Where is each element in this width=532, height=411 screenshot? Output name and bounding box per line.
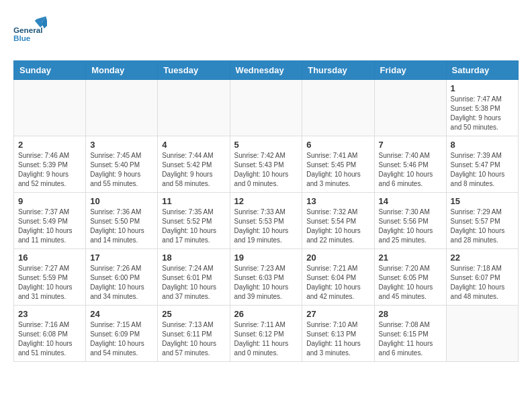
day-number: 4 — [162, 140, 225, 150]
day-number: 17 — [90, 253, 153, 263]
calendar-cell — [14, 80, 86, 136]
calendar-cell: 6Sunrise: 7:41 AM Sunset: 5:45 PM Daylig… — [302, 136, 374, 193]
calendar-cell: 11Sunrise: 7:35 AM Sunset: 5:52 PM Dayli… — [158, 193, 230, 249]
day-info: Sunrise: 7:37 AM Sunset: 5:49 PM Dayligh… — [18, 208, 81, 245]
logo: General Blue — [13, 13, 50, 50]
day-info: Sunrise: 7:23 AM Sunset: 6:03 PM Dayligh… — [234, 264, 298, 302]
day-number: 27 — [306, 309, 369, 319]
day-info: Sunrise: 7:32 AM Sunset: 5:54 PM Dayligh… — [306, 208, 369, 245]
day-number: 12 — [234, 196, 298, 206]
day-info: Sunrise: 7:10 AM Sunset: 6:13 PM Dayligh… — [306, 320, 369, 358]
day-info: Sunrise: 7:08 AM Sunset: 6:15 PM Dayligh… — [379, 320, 442, 358]
day-number: 5 — [234, 140, 298, 150]
calendar-cell — [158, 80, 230, 136]
calendar-cell: 21Sunrise: 7:20 AM Sunset: 6:05 PM Dayli… — [374, 249, 446, 306]
day-number: 7 — [379, 140, 442, 150]
day-number: 21 — [379, 253, 442, 263]
day-info: Sunrise: 7:35 AM Sunset: 5:52 PM Dayligh… — [162, 208, 225, 245]
calendar-cell: 23Sunrise: 7:16 AM Sunset: 6:08 PM Dayli… — [14, 306, 86, 362]
day-number: 15 — [451, 196, 514, 206]
day-info: Sunrise: 7:41 AM Sunset: 5:45 PM Dayligh… — [306, 151, 369, 189]
day-info: Sunrise: 7:24 AM Sunset: 6:01 PM Dayligh… — [162, 264, 225, 302]
calendar-cell: 4Sunrise: 7:44 AM Sunset: 5:42 PM Daylig… — [158, 136, 230, 193]
svg-text:Blue: Blue — [13, 34, 31, 42]
day-info: Sunrise: 7:26 AM Sunset: 6:00 PM Dayligh… — [90, 264, 153, 302]
calendar-cell: 15Sunrise: 7:29 AM Sunset: 5:57 PM Dayli… — [446, 193, 518, 249]
calendar-cell: 5Sunrise: 7:42 AM Sunset: 5:43 PM Daylig… — [230, 136, 302, 193]
day-info: Sunrise: 7:29 AM Sunset: 5:57 PM Dayligh… — [451, 208, 514, 245]
calendar-week-1: 1Sunrise: 7:47 AM Sunset: 5:38 PM Daylig… — [14, 80, 519, 136]
day-info: Sunrise: 7:13 AM Sunset: 6:11 PM Dayligh… — [162, 320, 225, 358]
day-number: 24 — [90, 309, 153, 319]
calendar-cell: 3Sunrise: 7:45 AM Sunset: 5:40 PM Daylig… — [86, 136, 158, 193]
calendar-cell: 22Sunrise: 7:18 AM Sunset: 6:07 PM Dayli… — [446, 249, 518, 306]
calendar-cell — [374, 80, 446, 136]
calendar-cell: 14Sunrise: 7:30 AM Sunset: 5:56 PM Dayli… — [374, 193, 446, 249]
day-info: Sunrise: 7:45 AM Sunset: 5:40 PM Dayligh… — [90, 151, 153, 189]
calendar-cell — [446, 306, 518, 362]
day-number: 6 — [306, 140, 369, 150]
calendar-cell: 12Sunrise: 7:33 AM Sunset: 5:53 PM Dayli… — [230, 193, 302, 249]
calendar-cell — [86, 80, 158, 136]
page-header: General Blue — [13, 13, 519, 50]
day-info: Sunrise: 7:46 AM Sunset: 5:39 PM Dayligh… — [18, 151, 81, 189]
column-header-sunday: Sunday — [14, 61, 86, 80]
calendar-cell: 8Sunrise: 7:39 AM Sunset: 5:47 PM Daylig… — [446, 136, 518, 193]
day-number: 18 — [162, 253, 225, 263]
day-number: 19 — [234, 253, 298, 263]
day-number: 9 — [18, 196, 81, 206]
calendar-cell: 19Sunrise: 7:23 AM Sunset: 6:03 PM Dayli… — [230, 249, 302, 306]
day-info: Sunrise: 7:16 AM Sunset: 6:08 PM Dayligh… — [18, 320, 81, 358]
calendar-cell: 28Sunrise: 7:08 AM Sunset: 6:15 PM Dayli… — [374, 306, 446, 362]
calendar-table: SundayMondayTuesdayWednesdayThursdayFrid… — [13, 60, 519, 362]
day-info: Sunrise: 7:42 AM Sunset: 5:43 PM Dayligh… — [234, 151, 298, 189]
day-number: 1 — [451, 83, 514, 93]
calendar-cell: 1Sunrise: 7:47 AM Sunset: 5:38 PM Daylig… — [446, 80, 518, 136]
calendar-header-row: SundayMondayTuesdayWednesdayThursdayFrid… — [14, 61, 519, 80]
day-number: 28 — [379, 309, 442, 319]
day-info: Sunrise: 7:44 AM Sunset: 5:42 PM Dayligh… — [162, 151, 225, 189]
day-info: Sunrise: 7:21 AM Sunset: 6:04 PM Dayligh… — [306, 264, 369, 302]
day-number: 11 — [162, 196, 225, 206]
logo-bird-icon: General Blue — [13, 13, 47, 50]
day-number: 20 — [306, 253, 369, 263]
column-header-friday: Friday — [374, 61, 446, 80]
column-header-monday: Monday — [86, 61, 158, 80]
day-number: 13 — [306, 196, 369, 206]
column-header-thursday: Thursday — [302, 61, 374, 80]
calendar-cell — [302, 80, 374, 136]
day-number: 14 — [379, 196, 442, 206]
day-info: Sunrise: 7:47 AM Sunset: 5:38 PM Dayligh… — [451, 95, 514, 132]
calendar-cell: 25Sunrise: 7:13 AM Sunset: 6:11 PM Dayli… — [158, 306, 230, 362]
day-info: Sunrise: 7:18 AM Sunset: 6:07 PM Dayligh… — [451, 264, 514, 302]
calendar-week-3: 9Sunrise: 7:37 AM Sunset: 5:49 PM Daylig… — [14, 193, 519, 249]
day-info: Sunrise: 7:15 AM Sunset: 6:09 PM Dayligh… — [90, 320, 153, 358]
column-header-wednesday: Wednesday — [230, 61, 302, 80]
calendar-cell: 7Sunrise: 7:40 AM Sunset: 5:46 PM Daylig… — [374, 136, 446, 193]
day-number: 2 — [18, 140, 81, 150]
calendar-cell: 27Sunrise: 7:10 AM Sunset: 6:13 PM Dayli… — [302, 306, 374, 362]
calendar-cell: 20Sunrise: 7:21 AM Sunset: 6:04 PM Dayli… — [302, 249, 374, 306]
calendar-cell: 13Sunrise: 7:32 AM Sunset: 5:54 PM Dayli… — [302, 193, 374, 249]
day-number: 3 — [90, 140, 153, 150]
day-info: Sunrise: 7:30 AM Sunset: 5:56 PM Dayligh… — [379, 208, 442, 245]
calendar-cell: 17Sunrise: 7:26 AM Sunset: 6:00 PM Dayli… — [86, 249, 158, 306]
day-info: Sunrise: 7:39 AM Sunset: 5:47 PM Dayligh… — [451, 151, 514, 189]
calendar-cell: 2Sunrise: 7:46 AM Sunset: 5:39 PM Daylig… — [14, 136, 86, 193]
calendar-cell: 18Sunrise: 7:24 AM Sunset: 6:01 PM Dayli… — [158, 249, 230, 306]
day-number: 26 — [234, 309, 298, 319]
day-number: 22 — [451, 253, 514, 263]
calendar-cell: 10Sunrise: 7:36 AM Sunset: 5:50 PM Dayli… — [86, 193, 158, 249]
day-info: Sunrise: 7:20 AM Sunset: 6:05 PM Dayligh… — [379, 264, 442, 302]
calendar-cell: 24Sunrise: 7:15 AM Sunset: 6:09 PM Dayli… — [86, 306, 158, 362]
day-info: Sunrise: 7:11 AM Sunset: 6:12 PM Dayligh… — [234, 320, 298, 358]
calendar-week-4: 16Sunrise: 7:27 AM Sunset: 5:59 PM Dayli… — [14, 249, 519, 306]
day-number: 16 — [18, 253, 81, 263]
day-number: 25 — [162, 309, 225, 319]
day-info: Sunrise: 7:33 AM Sunset: 5:53 PM Dayligh… — [234, 208, 298, 245]
day-number: 23 — [18, 309, 81, 319]
column-header-tuesday: Tuesday — [158, 61, 230, 80]
day-number: 10 — [90, 196, 153, 206]
calendar-week-5: 23Sunrise: 7:16 AM Sunset: 6:08 PM Dayli… — [14, 306, 519, 362]
calendar-cell — [230, 80, 302, 136]
